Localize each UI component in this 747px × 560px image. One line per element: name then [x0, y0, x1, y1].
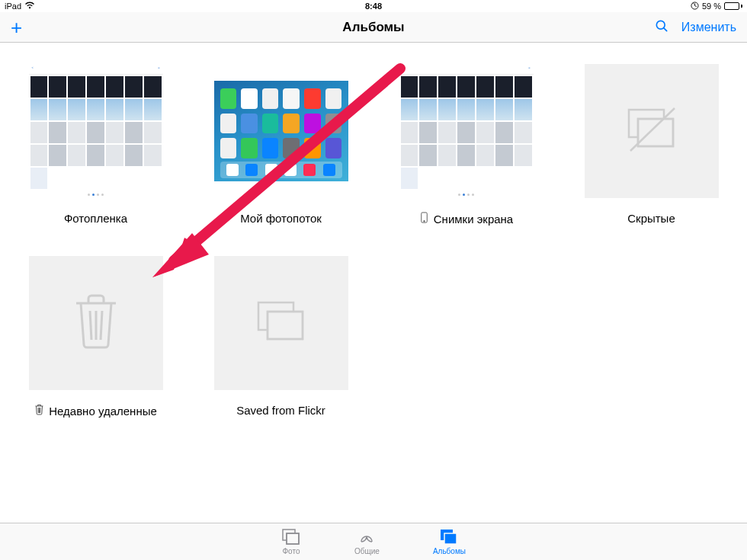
- add-button[interactable]: +: [11, 18, 22, 37]
- tab-shared[interactable]: Общие: [354, 528, 380, 555]
- album-hidden[interactable]: Скрытые: [582, 64, 721, 226]
- nav-bar: + Альбомы Изменить: [0, 12, 747, 43]
- album-photo-stream[interactable]: Мой фотопоток: [211, 64, 351, 226]
- tab-label: Фото: [283, 547, 300, 555]
- svg-rect-6: [638, 119, 673, 146]
- album-label: Недавно удаленные: [49, 405, 157, 418]
- albums-tab-icon: [439, 528, 459, 546]
- tab-photos[interactable]: Фото: [281, 528, 301, 555]
- stack-placeholder-icon: [252, 298, 310, 348]
- album-thumb: <=: [29, 64, 163, 198]
- tab-bar: Фото Общие Альбомы: [0, 523, 747, 560]
- photos-tab-icon: [281, 528, 301, 546]
- status-right: 59 %: [691, 2, 742, 11]
- album-thumb: <=: [399, 64, 534, 198]
- status-bar: iPad 8:48 59 %: [0, 0, 747, 12]
- svg-line-2: [663, 27, 666, 30]
- album-label: Мой фотопоток: [240, 212, 322, 225]
- album-recently-deleted[interactable]: Недавно удаленные: [26, 256, 165, 418]
- album-label: Снимки экрана: [434, 213, 513, 226]
- tab-label: Общие: [354, 547, 380, 555]
- wifi-icon: [24, 2, 35, 11]
- tab-albums[interactable]: Альбомы: [433, 528, 466, 555]
- album-thumb: [585, 64, 719, 198]
- album-label: Фотопленка: [64, 212, 127, 225]
- orientation-lock-icon: [691, 2, 699, 11]
- album-thumb: [214, 81, 348, 181]
- svg-rect-23: [444, 533, 457, 544]
- trash-placeholder-icon: [72, 293, 120, 354]
- status-left: iPad: [5, 2, 35, 11]
- edit-button[interactable]: Изменить: [681, 21, 736, 34]
- album-thumb: [214, 256, 348, 390]
- albums-grid: <= Фотопленка: [0, 43, 747, 439]
- svg-point-4: [424, 220, 425, 222]
- album-label: Скрытые: [627, 212, 675, 225]
- svg-line-11: [101, 311, 102, 340]
- svg-line-9: [90, 311, 91, 340]
- trash-icon: [34, 404, 44, 418]
- status-time: 8:48: [365, 2, 382, 11]
- battery-icon: [724, 2, 742, 10]
- search-icon[interactable]: [654, 18, 669, 37]
- page-title: Альбомы: [342, 20, 404, 35]
- svg-rect-16: [268, 312, 303, 339]
- shared-tab-icon: [357, 528, 377, 546]
- tab-label: Альбомы: [433, 547, 466, 555]
- svg-rect-20: [287, 533, 299, 544]
- device-icon: [419, 212, 429, 226]
- album-label: Saved from Flickr: [236, 404, 325, 417]
- hidden-placeholder-icon: [621, 105, 682, 157]
- device-label: iPad: [5, 2, 21, 11]
- album-thumb: [29, 256, 163, 390]
- album-camera-roll[interactable]: <= Фотопленка: [26, 64, 165, 226]
- album-saved-flickr[interactable]: Saved from Flickr: [211, 256, 351, 418]
- album-screenshots[interactable]: <= Снимки экрана: [396, 64, 536, 226]
- battery-percent: 59 %: [702, 2, 721, 11]
